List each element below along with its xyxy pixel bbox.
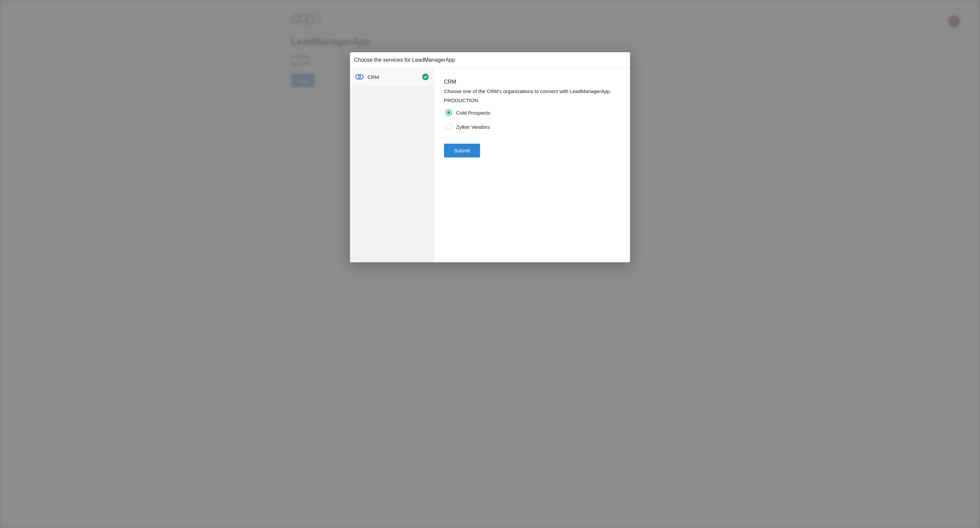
modal-main-panel: CRM Choose one of the CRM's organization… xyxy=(434,68,630,262)
submit-button[interactable]: Submit xyxy=(444,144,480,158)
modal-sidebar: CRM xyxy=(350,68,434,262)
section-label: PRODUCTION xyxy=(444,97,620,103)
service-chooser-modal: Choose the services for LeadManagerApp C… xyxy=(350,52,630,262)
panel-title: CRM xyxy=(444,79,620,85)
organization-radio-group: Cold Prospects Zylker Vendors xyxy=(444,109,620,130)
radio-icon xyxy=(445,109,452,116)
radio-option-zylker-vendors[interactable]: Zylker Vendors xyxy=(445,123,620,130)
radio-label: Cold Prospects xyxy=(456,110,491,116)
modal-title: Choose the services for LeadManagerApp xyxy=(350,52,630,68)
sidebar-item-label: CRM xyxy=(368,74,422,80)
radio-label: Zylker Vendors xyxy=(456,124,490,130)
radio-option-cold-prospects[interactable]: Cold Prospects xyxy=(445,109,620,116)
svg-point-7 xyxy=(422,73,429,80)
check-icon xyxy=(422,73,429,80)
panel-description: Choose one of the CRM's organizations to… xyxy=(444,88,620,94)
sidebar-item-crm[interactable]: CRM xyxy=(350,68,434,86)
crm-icon xyxy=(355,73,364,81)
radio-icon xyxy=(445,123,452,130)
